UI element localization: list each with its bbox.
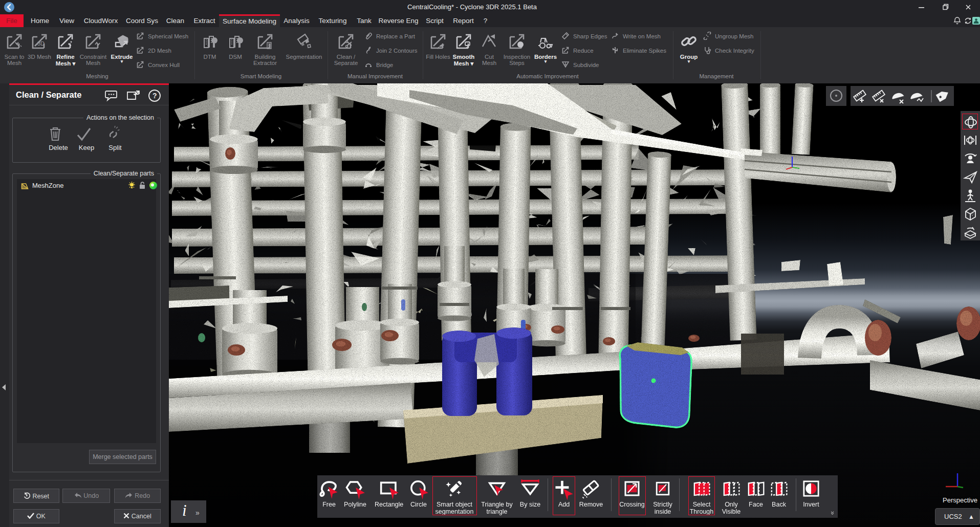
svg-text:?: ? [153,92,157,100]
svg-text:3D: 3D [37,40,45,47]
